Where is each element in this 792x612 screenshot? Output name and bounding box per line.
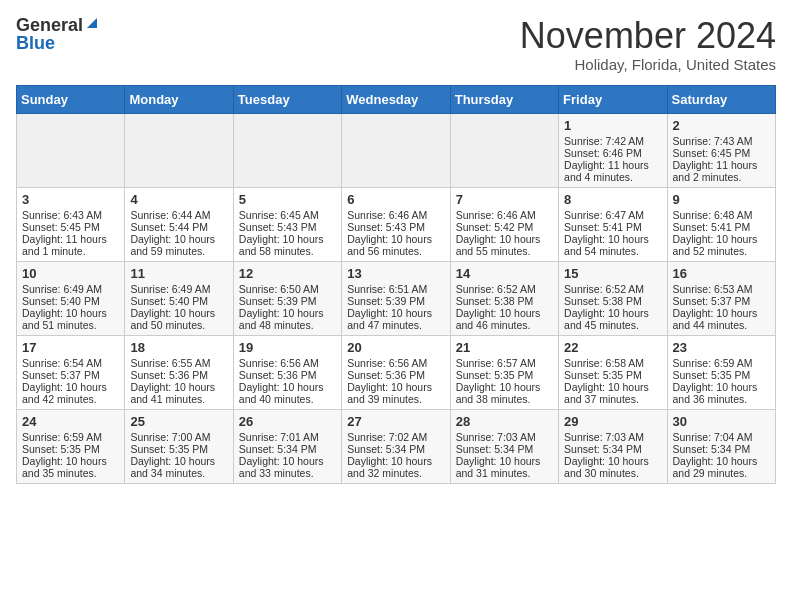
day-info-line: Daylight: 11 hours (22, 233, 119, 245)
calendar-cell (342, 113, 450, 187)
calendar-cell: 13Sunrise: 6:51 AMSunset: 5:39 PMDayligh… (342, 261, 450, 335)
day-info-line: Sunset: 5:44 PM (130, 221, 227, 233)
calendar-cell: 9Sunrise: 6:48 AMSunset: 5:41 PMDaylight… (667, 187, 775, 261)
day-info-line: Daylight: 10 hours (239, 233, 336, 245)
day-info-line: and 59 minutes. (130, 245, 227, 257)
day-number: 7 (456, 192, 553, 207)
calendar-cell: 19Sunrise: 6:56 AMSunset: 5:36 PMDayligh… (233, 335, 341, 409)
day-info-line: Sunset: 5:40 PM (130, 295, 227, 307)
day-info-line: Sunrise: 6:54 AM (22, 357, 119, 369)
day-info-line: Sunset: 5:38 PM (564, 295, 661, 307)
title-block: November 2024 Holiday, Florida, United S… (520, 16, 776, 73)
day-info-line: and 41 minutes. (130, 393, 227, 405)
calendar-cell (233, 113, 341, 187)
day-info-line: Daylight: 10 hours (564, 455, 661, 467)
day-info-line: Daylight: 10 hours (564, 307, 661, 319)
day-info-line: Daylight: 10 hours (347, 381, 444, 393)
calendar-cell: 8Sunrise: 6:47 AMSunset: 5:41 PMDaylight… (559, 187, 667, 261)
day-info-line: Sunset: 5:40 PM (22, 295, 119, 307)
day-info-line: Sunrise: 6:57 AM (456, 357, 553, 369)
day-info-line: and 38 minutes. (456, 393, 553, 405)
day-info-line: Sunrise: 6:52 AM (456, 283, 553, 295)
weekday-header-tuesday: Tuesday (233, 85, 341, 113)
logo-general-text: General (16, 16, 83, 34)
day-info-line: Sunset: 5:45 PM (22, 221, 119, 233)
calendar-cell: 30Sunrise: 7:04 AMSunset: 5:34 PMDayligh… (667, 409, 775, 483)
calendar-cell: 27Sunrise: 7:02 AMSunset: 5:34 PMDayligh… (342, 409, 450, 483)
day-info-line: Daylight: 10 hours (673, 381, 770, 393)
day-info-line: and 1 minute. (22, 245, 119, 257)
day-info-line: and 42 minutes. (22, 393, 119, 405)
calendar-cell: 29Sunrise: 7:03 AMSunset: 5:34 PMDayligh… (559, 409, 667, 483)
day-info-line: Sunset: 5:35 PM (130, 443, 227, 455)
calendar-cell (125, 113, 233, 187)
day-info-line: Sunrise: 7:02 AM (347, 431, 444, 443)
day-info-line: Sunset: 5:35 PM (22, 443, 119, 455)
day-info-line: Daylight: 10 hours (130, 455, 227, 467)
logo: General Blue (16, 16, 99, 53)
day-info-line: and 37 minutes. (564, 393, 661, 405)
calendar-cell: 3Sunrise: 6:43 AMSunset: 5:45 PMDaylight… (17, 187, 125, 261)
day-number: 2 (673, 118, 770, 133)
day-info-line: and 44 minutes. (673, 319, 770, 331)
day-info-line: Sunset: 5:39 PM (239, 295, 336, 307)
calendar-cell: 5Sunrise: 6:45 AMSunset: 5:43 PMDaylight… (233, 187, 341, 261)
day-info-line: Sunset: 5:37 PM (22, 369, 119, 381)
day-info-line: and 30 minutes. (564, 467, 661, 479)
day-number: 6 (347, 192, 444, 207)
day-info-line: and 35 minutes. (22, 467, 119, 479)
calendar-cell: 25Sunrise: 7:00 AMSunset: 5:35 PMDayligh… (125, 409, 233, 483)
day-info-line: Sunrise: 6:50 AM (239, 283, 336, 295)
calendar-week-1: 1Sunrise: 7:42 AMSunset: 6:46 PMDaylight… (17, 113, 776, 187)
day-info-line: Sunrise: 6:45 AM (239, 209, 336, 221)
day-number: 3 (22, 192, 119, 207)
day-info-line: Sunset: 5:34 PM (347, 443, 444, 455)
day-info-line: Sunset: 5:34 PM (456, 443, 553, 455)
day-info-line: and 46 minutes. (456, 319, 553, 331)
day-info-line: Sunrise: 6:52 AM (564, 283, 661, 295)
day-number: 28 (456, 414, 553, 429)
day-info-line: Daylight: 10 hours (22, 381, 119, 393)
day-info-line: Sunset: 5:36 PM (130, 369, 227, 381)
day-info-line: and 32 minutes. (347, 467, 444, 479)
day-info-line: Sunrise: 6:49 AM (22, 283, 119, 295)
day-info-line: Sunrise: 7:03 AM (564, 431, 661, 443)
calendar-cell: 23Sunrise: 6:59 AMSunset: 5:35 PMDayligh… (667, 335, 775, 409)
calendar-cell: 6Sunrise: 6:46 AMSunset: 5:43 PMDaylight… (342, 187, 450, 261)
day-info-line: Daylight: 10 hours (456, 307, 553, 319)
day-info-line: Sunrise: 6:58 AM (564, 357, 661, 369)
day-number: 30 (673, 414, 770, 429)
day-number: 11 (130, 266, 227, 281)
day-info-line: and 51 minutes. (22, 319, 119, 331)
day-info-line: Sunrise: 7:04 AM (673, 431, 770, 443)
day-number: 13 (347, 266, 444, 281)
day-info-line: Sunrise: 6:48 AM (673, 209, 770, 221)
day-number: 19 (239, 340, 336, 355)
day-number: 9 (673, 192, 770, 207)
day-info-line: Sunrise: 6:59 AM (22, 431, 119, 443)
day-info-line: Sunset: 5:34 PM (673, 443, 770, 455)
calendar-cell: 21Sunrise: 6:57 AMSunset: 5:35 PMDayligh… (450, 335, 558, 409)
day-info-line: Sunrise: 6:55 AM (130, 357, 227, 369)
day-info-line: Daylight: 10 hours (456, 233, 553, 245)
page-header: General Blue November 2024 Holiday, Flor… (16, 16, 776, 73)
day-info-line: Sunset: 5:41 PM (673, 221, 770, 233)
day-number: 21 (456, 340, 553, 355)
day-info-line: Sunset: 6:45 PM (673, 147, 770, 159)
logo-triangle-icon (85, 16, 99, 34)
calendar-cell: 26Sunrise: 7:01 AMSunset: 5:34 PMDayligh… (233, 409, 341, 483)
day-info-line: Daylight: 10 hours (22, 307, 119, 319)
day-info-line: Sunrise: 6:44 AM (130, 209, 227, 221)
day-info-line: and 52 minutes. (673, 245, 770, 257)
calendar-table: SundayMondayTuesdayWednesdayThursdayFrid… (16, 85, 776, 484)
day-number: 12 (239, 266, 336, 281)
day-number: 27 (347, 414, 444, 429)
day-info-line: Sunset: 5:35 PM (673, 369, 770, 381)
day-info-line: Sunrise: 6:59 AM (673, 357, 770, 369)
day-info-line: and 58 minutes. (239, 245, 336, 257)
day-info-line: Sunset: 5:43 PM (347, 221, 444, 233)
day-info-line: Sunset: 5:38 PM (456, 295, 553, 307)
day-info-line: Daylight: 10 hours (564, 233, 661, 245)
calendar-week-3: 10Sunrise: 6:49 AMSunset: 5:40 PMDayligh… (17, 261, 776, 335)
day-info-line: Sunset: 5:35 PM (456, 369, 553, 381)
